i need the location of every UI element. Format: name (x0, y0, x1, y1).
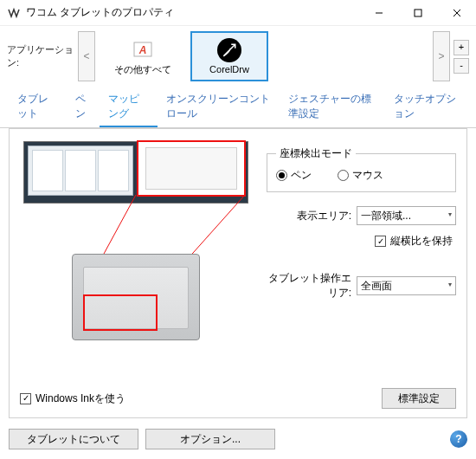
display-area-select[interactable]: 一部領域...▾ (357, 206, 456, 225)
footer-bar: タブレットについて オプション... ? (0, 423, 476, 456)
app-prev-button[interactable]: < (78, 31, 95, 81)
checkbox-icon (20, 393, 31, 404)
title-bar: ワコム タブレットのプロパティ (0, 0, 476, 26)
tab-mapping[interactable]: マッピング (100, 87, 158, 127)
maximize-button[interactable] (398, 0, 437, 25)
about-tablet-button[interactable]: タブレットについて (9, 429, 138, 449)
mode-pen-radio[interactable]: ペン (276, 168, 312, 183)
close-button[interactable] (437, 0, 476, 25)
tab-tablet[interactable]: タブレット (9, 87, 67, 127)
display-preview[interactable] (23, 141, 248, 204)
svg-rect-1 (415, 10, 421, 16)
app-next-button[interactable]: > (433, 31, 450, 81)
app-item-label: その他すべて (114, 63, 171, 76)
mapping-panel: 座標検出モード ペン マウス 表示エリア: 一部領域...▾ 縦横比を保持 タブ… (9, 128, 467, 418)
application-selector-bar: アプリケーション: < A その他すべて CorelDrw > + - (0, 26, 476, 87)
keep-aspect-checkbox[interactable]: 縦横比を保持 (375, 234, 453, 249)
monitor-2-selected (137, 140, 246, 197)
chevron-down-icon: ▾ (448, 210, 452, 218)
tablet-preview[interactable] (72, 254, 200, 340)
minimize-button[interactable] (359, 0, 398, 25)
settings-tabs: タブレット ペン マッピング オンスクリーンコントロール ジェスチャーの標準設定… (0, 87, 476, 128)
tab-onscreen-controls[interactable]: オンスクリーンコントロール (158, 87, 280, 127)
svg-text:A: A (138, 44, 147, 56)
defaults-button[interactable]: 標準設定 (382, 388, 456, 409)
coordinate-mode-legend: 座標検出モード (276, 146, 356, 161)
tab-touch-options[interactable]: タッチオプション (385, 87, 467, 127)
help-icon[interactable]: ? (450, 430, 467, 448)
windows-ink-checkbox[interactable]: Windows Inkを使う (20, 391, 125, 406)
options-button[interactable]: オプション... (145, 429, 275, 449)
app-icon (7, 6, 21, 20)
coordinate-mode-group: 座標検出モード ペン マウス (267, 146, 456, 192)
app-item-label: CorelDrw (209, 64, 249, 74)
mode-mouse-radio[interactable]: マウス (338, 168, 383, 183)
app-remove-button[interactable]: - (453, 58, 469, 74)
monitor-1 (28, 145, 133, 196)
mapping-visualization (20, 141, 258, 309)
coreldraw-icon (217, 38, 241, 62)
app-add-button[interactable]: + (453, 40, 469, 55)
generic-app-icon: A (131, 37, 155, 61)
checkbox-icon (375, 236, 386, 247)
tab-pen[interactable]: ペン (67, 87, 100, 127)
tablet-area-select[interactable]: 全画面▾ (357, 276, 456, 295)
window-title: ワコム タブレットのプロパティ (26, 5, 359, 20)
application-label: アプリケーション: (7, 43, 74, 69)
app-item-all-others[interactable]: A その他すべて (104, 31, 182, 81)
app-item-coreldraw[interactable]: CorelDrw (190, 31, 268, 81)
display-area-label: 表示エリア: (267, 209, 351, 223)
tab-gesture-defaults[interactable]: ジェスチャーの標準設定 (280, 87, 386, 127)
chevron-down-icon: ▾ (448, 281, 452, 288)
tablet-selected-region (83, 294, 158, 331)
tablet-area-label: タブレット操作エリア: (267, 271, 351, 301)
